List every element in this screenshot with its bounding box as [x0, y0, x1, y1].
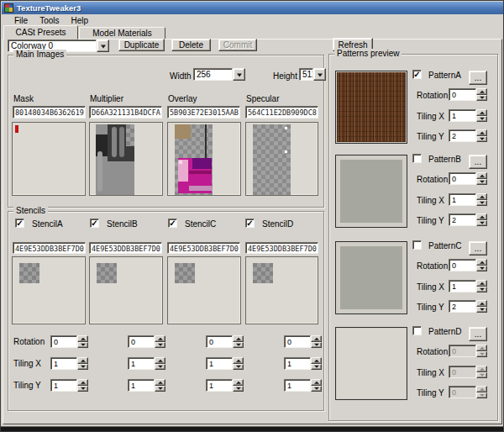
spinner-down-icon[interactable]: [155, 386, 165, 392]
stencil-d-key-input[interactable]: 4E9E53DDB3BEF7D0: [245, 242, 318, 254]
spinner-down-icon[interactable]: [233, 342, 244, 349]
spinner-down-icon[interactable]: [476, 179, 487, 186]
spinner-value[interactable]: 0: [449, 172, 476, 185]
spinner-down-icon[interactable]: [476, 287, 487, 293]
spinner-value[interactable]: 1: [50, 379, 77, 392]
pattern-d-browse-button[interactable]: ...: [469, 327, 487, 341]
pattern-b-checkbox[interactable]: [412, 154, 422, 163]
menu-file[interactable]: File: [8, 15, 34, 26]
spinner-down-icon[interactable]: [77, 364, 88, 371]
stencil-c-tiling-y-spinner[interactable]: 1: [206, 379, 244, 392]
spinner-up-icon[interactable]: [476, 109, 487, 116]
spinner-down-icon[interactable]: [476, 266, 487, 272]
spinner-value[interactable]: 0: [449, 88, 476, 101]
pattern-c-tiling-x-spinner[interactable]: 1: [449, 280, 487, 292]
stencil-c-checkbox[interactable]: ✓: [168, 219, 177, 228]
spinner-down-icon[interactable]: [476, 95, 487, 102]
spinner-down-icon[interactable]: [311, 386, 322, 392]
spinner-value[interactable]: 1: [206, 379, 233, 392]
spinner-value[interactable]: 1: [206, 357, 233, 370]
spinner-value[interactable]: 0: [284, 335, 311, 348]
stencil-b-rotation-spinner[interactable]: 0: [128, 335, 165, 348]
stencil-a-key-input[interactable]: 4E9E53DDB3BEF7D0: [13, 242, 86, 254]
stencil-b-key-input[interactable]: 4E9E53DDB3BEF7D0: [89, 242, 162, 254]
multiplier-key-input[interactable]: D66A321131B4DCFA: [89, 106, 162, 119]
dropdown-arrow-icon[interactable]: [313, 68, 326, 81]
spinner-up-icon[interactable]: [155, 357, 165, 364]
tab-cast-presets[interactable]: CASt Presets: [3, 25, 78, 40]
spinner-value[interactable]: 0: [206, 335, 233, 348]
pattern-b-tiling-x-spinner[interactable]: 1: [449, 193, 487, 206]
spinner-value[interactable]: 1: [449, 280, 476, 292]
spinner-value[interactable]: 1: [284, 379, 311, 392]
spinner-value[interactable]: 1: [128, 357, 155, 370]
menu-help[interactable]: Help: [65, 15, 94, 26]
menu-tools[interactable]: Tools: [34, 15, 65, 26]
pattern-b-tiling-y-spinner[interactable]: 2: [449, 213, 487, 226]
pattern-a-checkbox[interactable]: ✓: [412, 70, 422, 79]
dropdown-arrow-icon[interactable]: [97, 40, 109, 52]
stencil-a-checkbox[interactable]: ✓: [15, 219, 24, 228]
spinner-value[interactable]: 0: [449, 259, 476, 271]
dropdown-arrow-icon[interactable]: [233, 68, 245, 81]
pattern-a-tiling-y-spinner[interactable]: 2: [449, 129, 487, 142]
spinner-value[interactable]: 2: [449, 129, 476, 142]
title-bar[interactable]: TextureTweaker3: [2, 2, 503, 14]
width-select[interactable]: 256: [193, 68, 245, 81]
spinner-up-icon[interactable]: [311, 335, 322, 342]
stencil-b-tiling-y-spinner[interactable]: 1: [128, 379, 165, 392]
stencil-d-checkbox[interactable]: ✓: [245, 219, 255, 228]
spinner-down-icon[interactable]: [77, 342, 88, 349]
pattern-c-browse-button[interactable]: ...: [469, 241, 487, 256]
spinner-down-icon[interactable]: [233, 386, 244, 392]
spinner-down-icon[interactable]: [476, 136, 487, 143]
spinner-down-icon[interactable]: [476, 307, 487, 313]
pattern-a-tiling-x-spinner[interactable]: 1: [449, 109, 487, 122]
spinner-down-icon[interactable]: [311, 364, 322, 371]
pattern-a-browse-button[interactable]: ...: [469, 71, 487, 85]
duplicate-button[interactable]: Duplicate: [118, 39, 165, 51]
height-select[interactable]: 512: [299, 68, 326, 81]
spinner-up-icon[interactable]: [476, 300, 487, 307]
spinner-up-icon[interactable]: [476, 193, 487, 200]
width-value[interactable]: 256: [193, 68, 233, 81]
overlay-key-input[interactable]: 5B903E72E3015AAB: [167, 106, 240, 119]
spinner-down-icon[interactable]: [476, 220, 487, 227]
spinner-down-icon[interactable]: [155, 342, 165, 349]
stencil-d-tiling-x-spinner[interactable]: 1: [284, 357, 322, 370]
spinner-up-icon[interactable]: [476, 88, 487, 95]
spinner-value[interactable]: 1: [128, 379, 155, 392]
stencil-a-tiling-x-spinner[interactable]: 1: [50, 357, 88, 370]
spinner-value[interactable]: 2: [449, 300, 476, 313]
spinner-up-icon[interactable]: [77, 379, 88, 386]
spinner-up-icon[interactable]: [233, 379, 244, 386]
stencil-d-tiling-y-spinner[interactable]: 1: [284, 379, 322, 392]
spinner-up-icon[interactable]: [155, 379, 165, 386]
spinner-up-icon[interactable]: [311, 357, 322, 364]
pattern-b-rotation-spinner[interactable]: 0: [449, 172, 487, 185]
spinner-value[interactable]: 1: [284, 357, 311, 370]
spinner-up-icon[interactable]: [155, 335, 165, 342]
stencil-c-rotation-spinner[interactable]: 0: [206, 335, 244, 348]
spinner-down-icon[interactable]: [77, 386, 88, 392]
spinner-down-icon[interactable]: [233, 364, 244, 371]
stencil-c-key-input[interactable]: 4E9E53DDB3BEF7D0: [167, 242, 240, 254]
spinner-value[interactable]: 0: [128, 335, 155, 348]
delete-button[interactable]: Delete: [171, 39, 211, 51]
pattern-b-browse-button[interactable]: ...: [469, 155, 487, 169]
spinner-up-icon[interactable]: [233, 335, 244, 342]
spinner-up-icon[interactable]: [476, 280, 487, 287]
spinner-value[interactable]: 1: [449, 109, 476, 122]
pattern-d-checkbox[interactable]: [412, 326, 422, 335]
specular-key-input[interactable]: 564C11E2DB909DC8: [245, 106, 318, 119]
spinner-down-icon[interactable]: [476, 200, 487, 207]
spinner-value[interactable]: 0: [50, 335, 77, 348]
pattern-c-tiling-y-spinner[interactable]: 2: [449, 300, 487, 313]
spinner-down-icon[interactable]: [476, 116, 487, 123]
stencil-a-rotation-spinner[interactable]: 0: [50, 335, 88, 348]
spinner-value[interactable]: 1: [50, 357, 77, 370]
spinner-value[interactable]: 1: [449, 193, 476, 206]
spinner-up-icon[interactable]: [77, 335, 88, 342]
pattern-a-rotation-spinner[interactable]: 0: [449, 88, 487, 101]
stencil-a-tiling-y-spinner[interactable]: 1: [50, 379, 88, 392]
